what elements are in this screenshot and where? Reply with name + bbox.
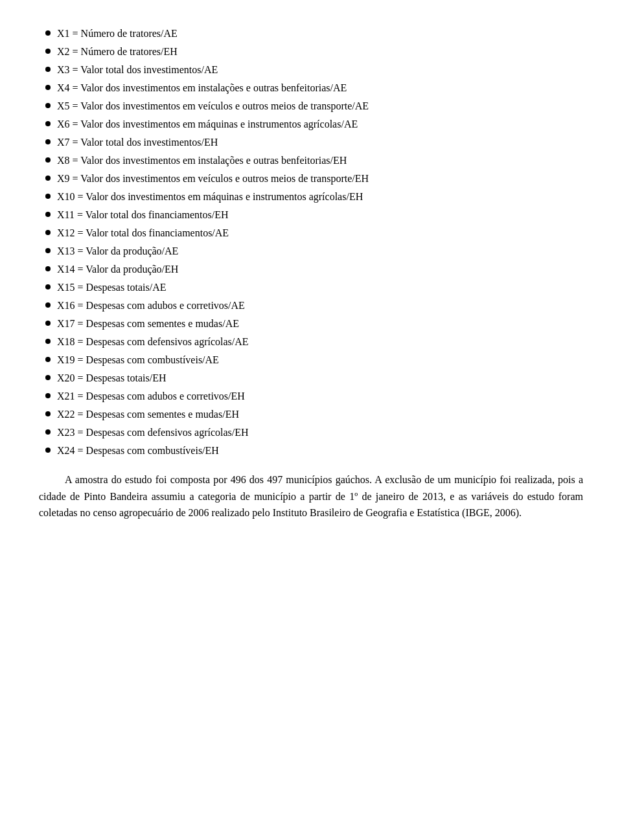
variable-label: X11 = Valor total dos financiamentos/EH (57, 207, 583, 223)
list-item-x5: X5 = Valor dos investimentos em veículos… (39, 98, 583, 114)
bullet-dot-icon (45, 139, 51, 144)
bullet-dot-icon (45, 230, 51, 235)
list-item-x12: X12 = Valor total dos financiamentos/AE (39, 225, 583, 241)
variable-label: X20 = Despesas totais/EH (57, 370, 583, 386)
variable-label: X10 = Valor dos investimentos em máquina… (57, 189, 583, 205)
variable-label: X8 = Valor dos investimentos em instalaç… (57, 153, 583, 168)
list-item-x14: X14 = Valor da produção/EH (39, 262, 583, 277)
list-item-x24: X24 = Despesas com combustíveis/EH (39, 443, 583, 459)
variable-label: X24 = Despesas com combustíveis/EH (57, 443, 583, 459)
list-item-x4: X4 = Valor dos investimentos em instalaç… (39, 80, 583, 96)
list-item-x15: X15 = Despesas totais/AE (39, 280, 583, 295)
bullet-dot-icon (45, 284, 51, 289)
list-item-x18: X18 = Despesas com defensivos agrícolas/… (39, 334, 583, 350)
list-item-x13: X13 = Valor da produção/AE (39, 244, 583, 259)
paragraph-block: A amostra do estudo foi composta por 496… (39, 471, 583, 521)
variable-label: X2 = Número de tratores/EH (57, 44, 583, 60)
bullet-dot-icon (45, 248, 51, 253)
list-item-x23: X23 = Despesas com defensivos agrícolas/… (39, 425, 583, 440)
list-item-x19: X19 = Despesas com combustíveis/AE (39, 352, 583, 368)
bullet-dot-icon (45, 393, 51, 398)
variable-label: X5 = Valor dos investimentos em veículos… (57, 98, 583, 114)
variable-label: X12 = Valor total dos financiamentos/AE (57, 225, 583, 241)
variable-label: X16 = Despesas com adubos e corretivos/A… (57, 298, 583, 313)
variable-label: X7 = Valor total dos investimentos/EH (57, 135, 583, 150)
list-item-x16: X16 = Despesas com adubos e corretivos/A… (39, 298, 583, 313)
bullet-dot-icon (45, 85, 51, 90)
variable-label: X22 = Despesas com sementes e mudas/EH (57, 407, 583, 422)
list-item-x3: X3 = Valor total dos investimentos/AE (39, 62, 583, 78)
list-item-x7: X7 = Valor total dos investimentos/EH (39, 135, 583, 150)
list-item-x1: X1 = Número de tratores/AE (39, 26, 583, 41)
bullet-dot-icon (45, 411, 51, 416)
variable-label: X6 = Valor dos investimentos em máquinas… (57, 117, 583, 132)
list-item-x2: X2 = Número de tratores/EH (39, 44, 583, 60)
list-item-x6: X6 = Valor dos investimentos em máquinas… (39, 117, 583, 132)
bullet-dot-icon (45, 194, 51, 199)
variable-label: X19 = Despesas com combustíveis/AE (57, 352, 583, 368)
bullet-dot-icon (45, 375, 51, 380)
variable-label: X17 = Despesas com sementes e mudas/AE (57, 316, 583, 332)
variable-label: X13 = Valor da produção/AE (57, 244, 583, 259)
bullet-dot-icon (45, 429, 51, 435)
variable-label: X14 = Valor da produção/EH (57, 262, 583, 277)
bullet-dot-icon (45, 448, 51, 453)
bullet-dot-icon (45, 157, 51, 163)
variable-label: X23 = Despesas com defensivos agrícolas/… (57, 425, 583, 440)
bullet-dot-icon (45, 357, 51, 362)
list-item-x20: X20 = Despesas totais/EH (39, 370, 583, 386)
variable-label: X15 = Despesas totais/AE (57, 280, 583, 295)
bullet-dot-icon (45, 30, 51, 36)
variable-label: X21 = Despesas com adubos e corretivos/E… (57, 389, 583, 404)
bullet-dot-icon (45, 121, 51, 126)
paragraph-1: A amostra do estudo foi composta por 496… (39, 471, 583, 521)
bullet-dot-icon (45, 266, 51, 271)
bullet-dot-icon (45, 49, 51, 54)
variable-label: X1 = Número de tratores/AE (57, 26, 583, 41)
bullet-dot-icon (45, 302, 51, 308)
list-item-x9: X9 = Valor dos investimentos em veículos… (39, 171, 583, 187)
list-item-x21: X21 = Despesas com adubos e corretivos/E… (39, 389, 583, 404)
variable-label: X18 = Despesas com defensivos agrícolas/… (57, 334, 583, 350)
list-item-x8: X8 = Valor dos investimentos em instalaç… (39, 153, 583, 168)
variable-label: X9 = Valor dos investimentos em veículos… (57, 171, 583, 187)
list-item-x10: X10 = Valor dos investimentos em máquina… (39, 189, 583, 205)
variable-label: X4 = Valor dos investimentos em instalaç… (57, 80, 583, 96)
bullet-dot-icon (45, 212, 51, 217)
bullet-dot-icon (45, 103, 51, 108)
bullet-dot-icon (45, 321, 51, 326)
variable-label: X3 = Valor total dos investimentos/AE (57, 62, 583, 78)
bullet-dot-icon (45, 339, 51, 344)
list-item-x22: X22 = Despesas com sementes e mudas/EH (39, 407, 583, 422)
bullet-dot-icon (45, 176, 51, 181)
list-item-x11: X11 = Valor total dos financiamentos/EH (39, 207, 583, 223)
variable-list: X1 = Número de tratores/AEX2 = Número de… (39, 26, 583, 459)
list-item-x17: X17 = Despesas com sementes e mudas/AE (39, 316, 583, 332)
bullet-dot-icon (45, 67, 51, 72)
